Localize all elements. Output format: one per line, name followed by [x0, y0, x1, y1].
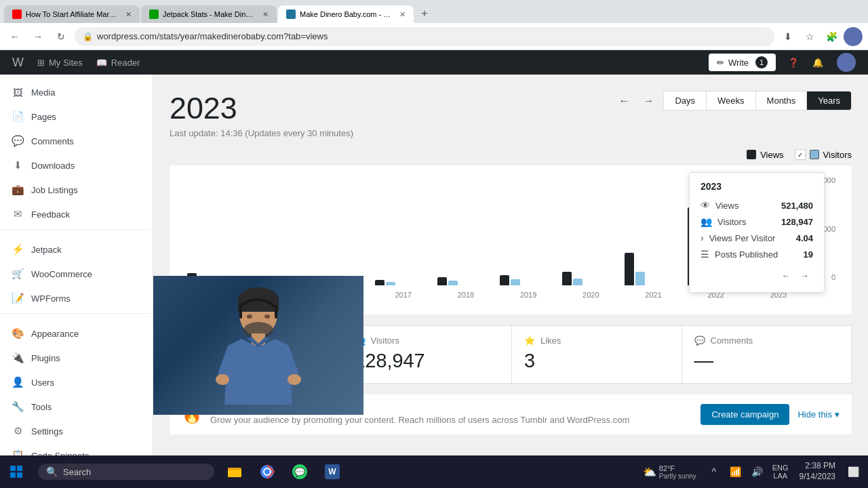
- create-campaign-button[interactable]: Create campaign: [701, 404, 789, 425]
- taskbar-file-explorer[interactable]: [220, 457, 250, 487]
- bookmark-icon[interactable]: ☆: [800, 27, 819, 46]
- toolbar-avatar[interactable]: [830, 53, 863, 72]
- sidebar-item-media[interactable]: 🖼 Media: [0, 80, 153, 104]
- bar-visitors-2018: [448, 281, 458, 285]
- tab-1[interactable]: How To Start Affiliate Marketing ✕: [4, 5, 140, 23]
- period-back-arrow[interactable]: ←: [614, 92, 633, 110]
- tab-months[interactable]: Months: [756, 92, 808, 110]
- period-forward-arrow[interactable]: →: [639, 92, 658, 110]
- legend-views[interactable]: Views: [747, 150, 783, 160]
- visitors-color-dot: [810, 150, 819, 159]
- tray-chevron[interactable]: ^: [705, 462, 724, 481]
- users-label: Users: [31, 378, 54, 388]
- period-tabs: Days Weeks Months Years: [663, 91, 852, 110]
- pages-icon: 📄: [11, 110, 24, 123]
- tab-3[interactable]: Make Dinero Baby.com - Remot... ✕: [278, 5, 414, 23]
- sidebar-item-appearance[interactable]: 🎨 Appearance: [0, 321, 153, 346]
- bar-2021[interactable]: [625, 253, 682, 285]
- tooltip-next-btn[interactable]: →: [797, 268, 813, 284]
- taskbar-clock[interactable]: 2:38 PM 9/14/2023: [794, 461, 841, 482]
- tray-volume[interactable]: 🔊: [748, 462, 767, 481]
- media-label: Media: [31, 87, 55, 98]
- visitors-card-value: 128,947: [355, 350, 500, 372]
- bar-2017[interactable]: [375, 280, 432, 285]
- tab-close-3[interactable]: ✕: [399, 10, 406, 19]
- sidebar-item-users[interactable]: 👤 Users: [0, 370, 153, 394]
- hide-blaze-button[interactable]: Hide this ▾: [797, 409, 840, 420]
- jetpack-label: Jetpack: [31, 245, 62, 255]
- reader-button[interactable]: 📖 Reader: [90, 50, 147, 75]
- sidebar-divider-1: [0, 229, 153, 235]
- taskbar-search-icon: 🔍: [46, 466, 58, 477]
- sidebar-item-feedback[interactable]: ✉ Feedback: [0, 202, 153, 226]
- tab-close-2[interactable]: ✕: [262, 10, 269, 19]
- sidebar-item-wpforms[interactable]: 📝 WPForms: [0, 286, 153, 310]
- comments-card-label: 💬 Comments: [694, 336, 840, 346]
- tooltip-prev-btn[interactable]: ←: [778, 268, 794, 284]
- settings-label: Settings: [31, 426, 63, 436]
- svg-rect-11: [10, 466, 16, 471]
- extensions-icon[interactable]: 🧩: [822, 27, 841, 46]
- bar-2019[interactable]: [500, 275, 557, 285]
- show-desktop[interactable]: ⬜: [844, 462, 863, 481]
- bar-views-2019: [500, 275, 509, 285]
- bar-2020[interactable]: [562, 272, 619, 285]
- tooltip-year: 2023: [701, 181, 813, 192]
- tooltip-visitors-value: 128,947: [781, 217, 813, 227]
- tab-2[interactable]: Jetpack Stats - Make Dinero Bab... ✕: [141, 5, 277, 23]
- sidebar-item-settings[interactable]: ⚙ Settings: [0, 419, 153, 443]
- tab-days[interactable]: Days: [664, 92, 707, 110]
- forward-button[interactable]: →: [28, 27, 47, 46]
- tab-close-1[interactable]: ✕: [125, 10, 132, 19]
- my-sites-button[interactable]: ⊞ My Sites: [31, 50, 90, 75]
- reload-button[interactable]: ↻: [52, 27, 71, 46]
- toolbar-avatar-circle: [837, 53, 856, 72]
- sidebar-item-comments[interactable]: 💬 Comments: [0, 129, 153, 153]
- bar-views-2018: [437, 277, 447, 285]
- profile-icon[interactable]: [844, 27, 863, 46]
- taskbar-chrome[interactable]: [252, 457, 282, 487]
- hide-blaze-label: Hide this: [797, 409, 832, 420]
- sidebar-item-pages[interactable]: 📄 Pages: [0, 104, 153, 129]
- tooltip-posts-icon: ☰: [701, 249, 709, 260]
- address-bar[interactable]: 🔒 wordpress.com/stats/year/makedinerobab…: [75, 27, 774, 46]
- wpforms-label: WPForms: [31, 293, 71, 304]
- sidebar-item-jetpack[interactable]: ⚡ Jetpack: [0, 237, 153, 262]
- back-button[interactable]: ←: [5, 27, 24, 46]
- new-tab-button[interactable]: +: [415, 4, 434, 23]
- comments-icon: 💬: [11, 134, 24, 148]
- weather-widget[interactable]: ⛅ 82°F Partly sunny: [637, 464, 702, 480]
- bar-views-2020: [562, 272, 572, 285]
- sidebar-item-job-listings[interactable]: 💼 Job Listings: [0, 178, 153, 202]
- tab-years[interactable]: Years: [807, 92, 851, 110]
- tooltip-visitors-label: Visitors: [717, 217, 746, 227]
- help-button[interactable]: ❓: [781, 58, 806, 68]
- media-icon: 🖼: [11, 85, 24, 99]
- legend-visitors[interactable]: ✓ Visitors: [795, 149, 852, 160]
- lang-indicator[interactable]: ENG LAA: [770, 464, 791, 480]
- write-button[interactable]: ✏ Write 1: [709, 54, 776, 71]
- sidebar-item-plugins[interactable]: 🔌 Plugins: [0, 346, 153, 370]
- visitors-checkbox[interactable]: ✓: [795, 149, 806, 160]
- taskbar-whatsapp[interactable]: 💬: [285, 457, 315, 487]
- bar-2018[interactable]: [437, 277, 494, 285]
- sidebar-item-code-snippets[interactable]: 📋 Code Snippets: [0, 443, 153, 455]
- tooltip-posts-label-group: ☰ Posts Published: [701, 249, 778, 260]
- tray-network[interactable]: 📶: [726, 462, 745, 481]
- tooltip-views-label-group: 👁 Views: [701, 200, 738, 211]
- sidebar-item-woocommerce[interactable]: 🛒 WooCommerce: [0, 262, 153, 286]
- download-icon[interactable]: ⬇: [778, 27, 797, 46]
- pages-label: Pages: [31, 112, 56, 122]
- sidebar-item-downloads[interactable]: ⬇ Downloads: [0, 153, 153, 178]
- tab-weeks[interactable]: Weeks: [707, 92, 756, 110]
- wp-logo-button[interactable]: W: [5, 50, 31, 75]
- taskbar-search[interactable]: 🔍 Search: [38, 464, 214, 480]
- blaze-description: Grow your audience by promoting your con…: [210, 415, 692, 425]
- start-button[interactable]: [0, 465, 33, 479]
- tooltip-posts-row: ☰ Posts Published 19: [701, 246, 813, 262]
- write-label: Write: [728, 58, 749, 68]
- content-area: 2023 Last update: 14:36 (Updates every 3…: [153, 75, 868, 455]
- notifications-button[interactable]: 🔔: [806, 58, 830, 68]
- sidebar-item-tools[interactable]: 🔧 Tools: [0, 394, 153, 419]
- taskbar-word[interactable]: W: [317, 457, 347, 487]
